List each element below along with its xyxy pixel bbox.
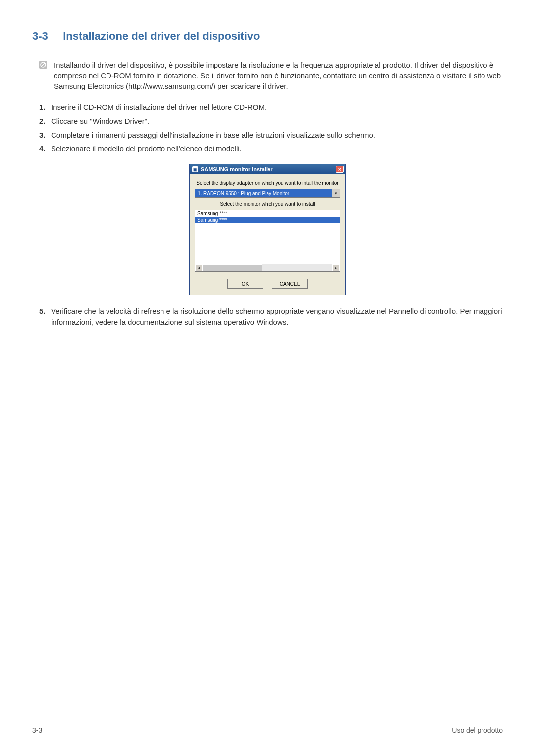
scroll-left-icon[interactable]: ◂	[195, 264, 203, 271]
scroll-thumb[interactable]	[203, 264, 262, 271]
ok-button[interactable]: OK	[227, 279, 263, 289]
footer-divider	[32, 722, 503, 722]
close-icon[interactable]: ×	[336, 166, 344, 173]
info-callout: Installando il driver del dispositivo, è…	[39, 60, 503, 91]
svg-line-1	[42, 63, 45, 66]
page-footer: 3-3 Uso del prodotto	[32, 722, 503, 734]
steps-list-1: Inserire il CD-ROM di installazione del …	[39, 102, 503, 154]
step-item: Cliccare su "Windows Driver".	[39, 116, 503, 127]
monitor-label: Select the monitor which you want to ins…	[195, 202, 340, 207]
adapter-combobox[interactable]: 1. RADEON 9550 : Plug and Play Monitor ▾	[195, 189, 340, 198]
adapter-label: Select the display adapter on which you …	[195, 180, 340, 186]
section-heading: 3-3 Installazione del driver del disposi…	[32, 30, 503, 43]
horizontal-scrollbar[interactable]: ◂ ▸	[195, 264, 340, 272]
footer-right: Uso del prodotto	[452, 726, 503, 734]
scroll-track[interactable]	[203, 264, 332, 271]
step-item: Inserire il CD-ROM di installazione del …	[39, 102, 503, 113]
list-item[interactable]: Samsung ****	[195, 210, 340, 217]
installer-dialog: ▣ SAMSUNG monitor installer × Select the…	[189, 164, 346, 295]
info-text: Installando il driver del dispositivo, è…	[54, 60, 503, 91]
steps-list-2: Verificare che la velocità di refresh e …	[39, 306, 503, 328]
step-item: Selezionare il modello del prodotto nell…	[39, 143, 503, 154]
scroll-right-icon[interactable]: ▸	[332, 264, 340, 271]
app-icon: ▣	[192, 166, 198, 172]
section-title: Installazione del driver del dispositivo	[63, 30, 260, 42]
dialog-titlebar: ▣ SAMSUNG monitor installer ×	[190, 164, 345, 174]
step-item: Verificare che la velocità di refresh e …	[39, 306, 503, 328]
footer-left: 3-3	[32, 726, 42, 734]
divider	[32, 47, 503, 47]
cancel-button[interactable]: CANCEL	[272, 279, 308, 289]
dialog-title: SAMSUNG monitor installer	[201, 166, 272, 172]
chevron-down-icon[interactable]: ▾	[332, 189, 340, 197]
info-icon	[39, 61, 47, 69]
list-item[interactable]: Samsung ****	[195, 217, 340, 223]
section-number: 3-3	[32, 30, 60, 43]
monitor-listbox[interactable]: Samsung **** Samsung ****	[195, 210, 340, 264]
step-item: Completare i rimanenti passaggi dell'ins…	[39, 130, 503, 141]
adapter-selected: 1. RADEON 9550 : Plug and Play Monitor	[195, 189, 332, 197]
